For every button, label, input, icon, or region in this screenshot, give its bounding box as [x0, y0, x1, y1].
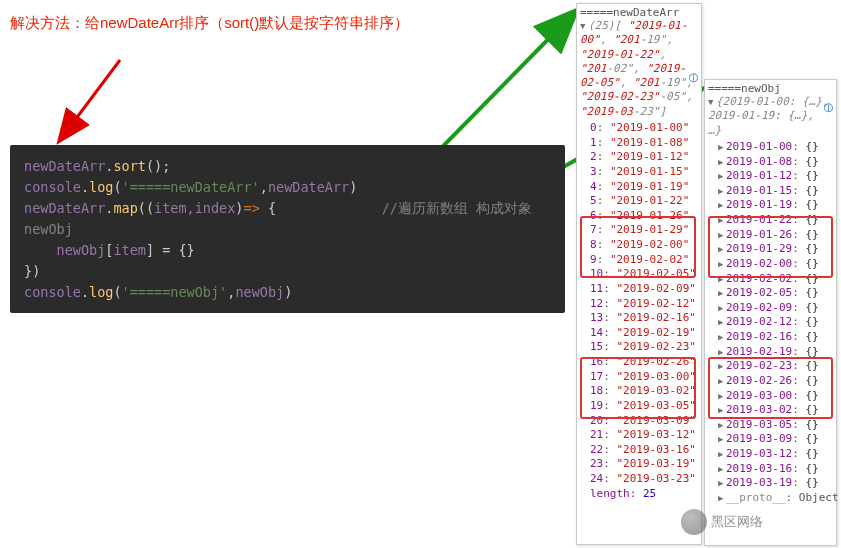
- console-object-row[interactable]: ▶2019-02-05: {}: [708, 286, 833, 301]
- info-icon[interactable]: ⓘ: [689, 72, 698, 85]
- console-object-row[interactable]: ▶2019-03-00: {}: [708, 389, 833, 404]
- console-object-row[interactable]: ▶2019-03-02: {}: [708, 403, 833, 418]
- console-header-arr: =====newDateArr: [580, 6, 698, 19]
- console-array-row[interactable]: 22: "2019-03-16": [580, 443, 698, 458]
- console-object-row[interactable]: ▶2019-03-12: {}: [708, 447, 833, 462]
- console-object-row[interactable]: ▶2019-02-26: {}: [708, 374, 833, 389]
- console-object-row[interactable]: ▶2019-03-09: {}: [708, 432, 833, 447]
- console-object-row[interactable]: ▶2019-01-00: {}: [708, 140, 833, 155]
- console-object-row[interactable]: ▶2019-01-26: {}: [708, 228, 833, 243]
- console-panel-object[interactable]: ⓘ =====newObj ▼{2019-01-00: {…}, 2019-01…: [704, 79, 837, 546]
- console-array-row[interactable]: 8: "2019-02-00": [580, 238, 698, 253]
- console-preview-obj[interactable]: ▼{2019-01-00: {…}, 2019-01-19: {…}, …}: [708, 95, 833, 138]
- console-array-row[interactable]: 9: "2019-02-02": [580, 253, 698, 268]
- console-array-row[interactable]: 0: "2019-01-00": [580, 121, 698, 136]
- console-array-row[interactable]: 4: "2019-01-19": [580, 180, 698, 195]
- console-array-row[interactable]: 15: "2019-02-23": [580, 340, 698, 355]
- console-object-row[interactable]: ▶2019-03-16: {}: [708, 462, 833, 477]
- console-object-row[interactable]: ▶2019-01-19: {}: [708, 198, 833, 213]
- code-line-2: console.log('=====newDateArr',newDateArr…: [24, 177, 551, 198]
- console-array-row[interactable]: 20: "2019-03-09": [580, 414, 698, 429]
- code-line-1: newDateArr.sort();: [24, 156, 551, 177]
- console-object-row[interactable]: ▶2019-01-08: {}: [708, 155, 833, 170]
- console-object-row[interactable]: ▶2019-02-12: {}: [708, 315, 833, 330]
- console-header-obj: =====newObj: [708, 82, 833, 95]
- console-proto-row[interactable]: ▶__proto__: Object: [708, 491, 833, 506]
- console-object-row[interactable]: ▶2019-01-12: {}: [708, 169, 833, 184]
- console-array-row[interactable]: 23: "2019-03-19": [580, 457, 698, 472]
- console-object-row[interactable]: ▶2019-03-19: {}: [708, 476, 833, 491]
- console-array-row[interactable]: 17: "2019-03-00": [580, 370, 698, 385]
- arrow-annotation-to-code: [60, 60, 120, 140]
- console-array-row[interactable]: 11: "2019-02-09": [580, 282, 698, 297]
- console-preview-arr[interactable]: ▼(25)[ "2019-01-00", "201-19", "2019-01-…: [580, 19, 698, 119]
- code-line-6: console.log('=====newObj',newObj): [24, 282, 551, 303]
- console-array-row[interactable]: 13: "2019-02-16": [580, 311, 698, 326]
- console-object-row[interactable]: ▶2019-02-02: {}: [708, 272, 833, 287]
- console-array-row[interactable]: 24: "2019-03-23": [580, 472, 698, 487]
- console-array-row[interactable]: 1: "2019-01-08": [580, 136, 698, 151]
- code-editor: newDateArr.sort(); console.log('=====new…: [10, 145, 565, 313]
- console-array-row[interactable]: 5: "2019-01-22": [580, 194, 698, 209]
- code-line-5: }): [24, 261, 551, 282]
- console-array-row[interactable]: 16: "2019-02-26": [580, 355, 698, 370]
- console-array-row[interactable]: 12: "2019-02-12": [580, 297, 698, 312]
- console-object-row[interactable]: ▶2019-03-05: {}: [708, 418, 833, 433]
- console-object-row[interactable]: ▶2019-01-22: {}: [708, 213, 833, 228]
- code-line-4: newObj[item] = {}: [24, 240, 551, 261]
- console-array-length: length: 25: [580, 487, 698, 500]
- console-object-row[interactable]: ▶2019-01-15: {}: [708, 184, 833, 199]
- info-icon[interactable]: ⓘ: [824, 102, 833, 115]
- console-object-row[interactable]: ▶2019-02-00: {}: [708, 257, 833, 272]
- code-line-3: newDateArr.map((item,index)=> { //遍历新数组 …: [24, 198, 551, 240]
- console-array-row[interactable]: 2: "2019-01-12": [580, 150, 698, 165]
- console-object-row[interactable]: ▶2019-02-23: {}: [708, 359, 833, 374]
- console-array-row[interactable]: 10: "2019-02-05": [580, 267, 698, 282]
- console-array-row[interactable]: 3: "2019-01-15": [580, 165, 698, 180]
- console-array-row[interactable]: 6: "2019-01-26": [580, 209, 698, 224]
- console-panel-array[interactable]: ⓘ =====newDateArr ▼(25)[ "2019-01-00", "…: [576, 3, 702, 545]
- annotation-text: 解决方法：给newDateArr排序（sort()默认是按字符串排序）: [10, 14, 409, 33]
- console-object-row[interactable]: ▶2019-02-19: {}: [708, 345, 833, 360]
- console-array-row[interactable]: 7: "2019-01-29": [580, 223, 698, 238]
- console-array-row[interactable]: 18: "2019-03-02": [580, 384, 698, 399]
- console-object-row[interactable]: ▶2019-02-09: {}: [708, 301, 833, 316]
- console-array-row[interactable]: 21: "2019-03-12": [580, 428, 698, 443]
- console-object-row[interactable]: ▶2019-02-16: {}: [708, 330, 833, 345]
- console-array-row[interactable]: 14: "2019-02-19": [580, 326, 698, 341]
- console-object-row[interactable]: ▶2019-01-29: {}: [708, 242, 833, 257]
- console-array-row[interactable]: 19: "2019-03-05": [580, 399, 698, 414]
